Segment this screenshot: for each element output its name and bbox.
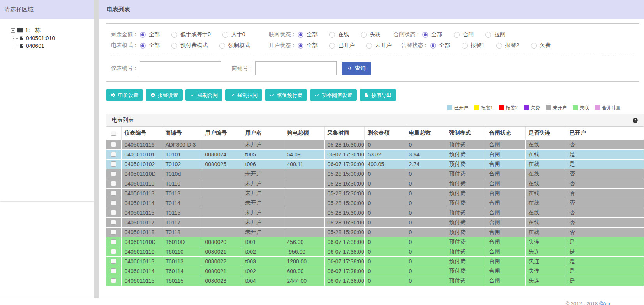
radio-button-icon[interactable] [422,32,428,38]
row-checkbox[interactable] [111,249,116,254]
row-checkbox[interactable] [111,278,116,283]
tree-node-root[interactable]: − 1:一栋 [0,26,94,34]
radio-button-icon[interactable] [298,32,303,38]
radio-option[interactable]: 报警2 [496,42,519,49]
radio-label: 报警1 [471,42,485,49]
row-checkbox[interactable] [111,268,116,273]
tree-node-leaf[interactable]: 040501:010 [13,34,94,42]
radio-button-icon[interactable] [485,32,491,38]
radio-button-icon[interactable] [454,32,460,38]
radio-label: 全部 [431,31,442,38]
table-cell: 0405010117 [121,217,162,227]
radio-option[interactable]: 全部 [298,42,318,49]
row-checkbox[interactable] [111,220,116,225]
row-checkbox[interactable] [111,239,116,244]
table-row[interactable]: 0405010118T0118未开户05-28 15:30:0000预付费合闸在… [106,227,644,237]
radio-option[interactable]: 未开户 [366,42,392,49]
radio-option[interactable]: 低于或等于0 [171,31,211,38]
table-row[interactable]: 0406010115T601150080023t0042444.0006-07 … [106,276,644,286]
radio-option[interactable]: 在线 [329,31,349,38]
collapse-panel-icon[interactable] [632,117,638,123]
table-row[interactable]: 0405010114T0114未开户05-28 15:30:0000预付费合闸在… [106,198,644,208]
radio-option[interactable]: 强制模式 [219,42,250,49]
table-scroll-area[interactable]: 仪表编号商铺号用户编号用户名购电总额采集时间剩余金额电量总数强制模式合闸状态是否… [106,127,644,289]
copyright-link[interactable]: ©Acr [599,301,610,305]
table-cell: 0 [364,266,406,276]
radio-option[interactable]: 全部 [422,31,442,38]
collapse-node-icon[interactable]: − [11,28,15,33]
meter-no-input[interactable] [140,61,221,75]
radio-option[interactable]: 大于0 [222,31,245,38]
radio-option[interactable]: 预付费模式 [171,42,208,49]
table-row[interactable]: 0405010117T0117未开户05-28 15:30:0000预付费合闸在… [106,217,644,227]
radio-button-icon[interactable] [329,32,335,38]
table-cell: 否 [566,208,644,217]
row-checkbox[interactable] [111,142,116,147]
radio-button-icon[interactable] [140,32,146,38]
action-button[interactable]: 报警设置 [146,89,183,101]
table-cell: 预付费 [446,237,486,247]
radio-option[interactable]: 合闸 [454,31,474,38]
row-checkbox[interactable] [111,259,116,264]
table-row[interactable]: 0405010116ADF300-D 3未开户05-28 15:30:0000预… [106,140,644,149]
sidebar-splitter[interactable] [94,0,99,298]
table-row[interactable]: 0405010101T01010080024t00554.0906-07 17:… [106,149,644,159]
legend-item: 失联 [573,105,589,111]
radio-button-icon[interactable] [329,43,335,49]
radio-button-icon[interactable] [298,43,303,49]
row-checkbox[interactable] [111,210,116,215]
radio-button-icon[interactable] [531,43,537,49]
table-row[interactable]: 0405010110T0110未开户05-28 15:30:0000预付费合闸在… [106,179,644,188]
radio-option[interactable]: 全部 [140,42,160,49]
radio-button-icon[interactable] [171,32,177,38]
radio-option[interactable]: 拉闸 [485,31,505,38]
row-checkbox[interactable] [111,152,116,157]
radio-button-icon[interactable] [430,43,436,49]
action-button[interactable]: 强制合闸 [185,89,222,101]
table-cell: 合闸 [486,227,525,237]
radio-button-icon[interactable] [361,32,367,38]
radio-option[interactable]: 已开户 [329,42,355,49]
search-button[interactable]: 查询 [342,62,371,75]
radio-option[interactable]: 全部 [298,31,318,38]
filter-group-label: 联网状态： [269,31,296,38]
table-row[interactable]: 0406010113T601130080022t0031200.0006-07 … [106,256,644,266]
row-checkbox[interactable] [111,181,116,186]
table-row[interactable]: 040601010DT6010D0080020t001456.0006-07 1… [106,237,644,247]
tree-node-leaf[interactable]: 040601 [13,42,94,50]
row-checkbox[interactable] [111,200,116,205]
radio-option[interactable]: 报警1 [462,42,485,49]
table-row[interactable]: 0406010110T601100080021t002-956.0006-07 … [106,247,644,256]
shop-no-input[interactable] [255,61,337,75]
row-checkbox[interactable] [111,230,116,235]
radio-option[interactable]: 失联 [361,31,381,38]
radio-button-icon[interactable] [496,43,502,49]
select-all-checkbox[interactable] [111,131,116,136]
table-row[interactable]: 0405010102T01020080025t006400.1106-07 17… [106,159,644,169]
radio-button-icon[interactable] [366,43,372,49]
radio-button-icon[interactable] [140,43,146,49]
radio-button-icon[interactable] [222,32,228,38]
table-row[interactable]: 0405010113T0113未开户05-28 15:30:0000预付费合闸在… [106,188,644,198]
table-row[interactable]: 040501010DT010d未开户05-28 15:30:0000预付费合闸在… [106,169,644,179]
radio-option[interactable]: 全部 [430,42,450,49]
action-button[interactable]: 恢复预付费 [265,89,307,101]
action-button[interactable]: 强制拉闸 [225,89,262,101]
table-cell: 在线 [525,159,566,169]
radio-button-icon[interactable] [462,43,468,49]
table-row[interactable]: 0406010114T601140080021t002600.0006-07 1… [106,266,644,276]
table-row[interactable]: 0405010115T0115未开户05-28 15:30:0000预付费合闸在… [106,208,644,217]
table-cell: 0405010113 [121,188,162,198]
radio-button-icon[interactable] [219,43,225,49]
radio-button-icon[interactable] [171,43,177,49]
action-button[interactable]: 功率阈值设置 [310,89,357,101]
action-button[interactable]: 电价设置 [106,89,143,101]
row-checkbox[interactable] [111,191,116,196]
table-cell: T0102 [162,159,202,169]
legend-item: 合并计量 [595,105,621,111]
radio-option[interactable]: 欠费 [531,42,551,49]
row-checkbox[interactable] [111,171,116,176]
action-button[interactable]: 抄表导出 [360,89,396,101]
row-checkbox[interactable] [111,161,116,167]
radio-option[interactable]: 全部 [140,31,160,38]
